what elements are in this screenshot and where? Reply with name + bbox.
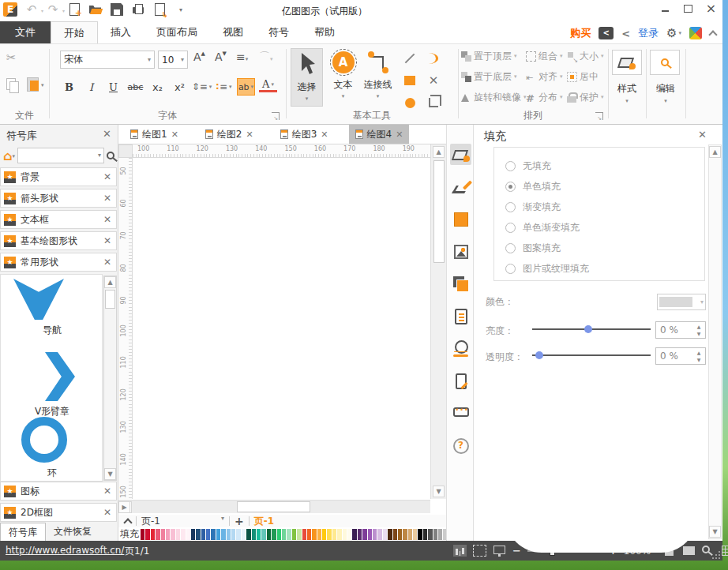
radio-icon[interactable] bbox=[505, 243, 516, 253]
text-tool-button[interactable]: A 文本▾ bbox=[327, 48, 359, 107]
arrange-置于底层[interactable]: 置于底层▾ bbox=[461, 69, 517, 84]
quick-color-icon[interactable] bbox=[450, 208, 471, 230]
redo-icon[interactable] bbox=[46, 2, 60, 17]
scroll-down-icon[interactable]: ▼ bbox=[709, 526, 721, 538]
panel-toggle-icon[interactable] bbox=[453, 545, 467, 557]
symbol-section-2D框图[interactable]: ★2D框图✕ bbox=[0, 503, 117, 522]
color-swatch[interactable] bbox=[151, 529, 155, 540]
rectangle-tool[interactable] bbox=[401, 73, 418, 88]
color-swatch[interactable] bbox=[343, 529, 347, 540]
color-swatch[interactable] bbox=[282, 529, 286, 540]
tab-close-icon[interactable]: ✕ bbox=[171, 129, 178, 140]
bold-button[interactable]: B bbox=[60, 78, 78, 96]
add-page-button[interactable]: + bbox=[235, 515, 244, 527]
color-swatch[interactable] bbox=[322, 529, 326, 540]
color-swatch[interactable] bbox=[423, 529, 427, 540]
color-swatch[interactable] bbox=[145, 529, 149, 540]
color-swatch[interactable] bbox=[156, 529, 159, 540]
tab-close-icon[interactable]: ✕ bbox=[246, 129, 253, 140]
tab-close-icon[interactable]: ✕ bbox=[396, 129, 403, 140]
color-swatch[interactable] bbox=[377, 529, 381, 540]
font-dialog-launcher[interactable] bbox=[272, 112, 280, 120]
scroll-up-icon[interactable]: ▲ bbox=[709, 146, 721, 158]
color-swatch[interactable] bbox=[287, 529, 291, 540]
edit-button[interactable] bbox=[650, 50, 680, 75]
tab-close-icon[interactable]: ✕ bbox=[321, 129, 328, 140]
shadow-icon[interactable] bbox=[450, 273, 471, 294]
arrange-大小[interactable]: 大小▾ bbox=[567, 49, 604, 63]
font-size-select[interactable]: 10▾ bbox=[158, 51, 188, 69]
transparency-value[interactable]: 0 %▲▼ bbox=[655, 347, 706, 365]
color-swatch[interactable] bbox=[236, 529, 240, 540]
brightness-slider[interactable] bbox=[532, 324, 651, 334]
presentation-icon[interactable] bbox=[493, 545, 506, 557]
arc-text-icon[interactable]: ⌒▾ bbox=[259, 51, 273, 65]
vertical-scrollbar[interactable]: ▲ ▼ bbox=[430, 144, 446, 499]
selection-mode-icon[interactable] bbox=[473, 545, 486, 557]
insert-picture-icon[interactable] bbox=[450, 241, 471, 262]
undo-icon[interactable] bbox=[24, 2, 39, 17]
export-icon[interactable] bbox=[152, 2, 167, 17]
color-swatch[interactable] bbox=[403, 529, 407, 540]
color-swatch[interactable] bbox=[292, 529, 296, 540]
color-swatch[interactable] bbox=[221, 529, 225, 540]
color-swatch[interactable] bbox=[252, 529, 256, 540]
brightness-value[interactable]: 0 %▲▼ bbox=[655, 321, 706, 339]
home-icon[interactable]: ⌂ bbox=[3, 148, 15, 163]
arc-tool[interactable] bbox=[425, 51, 442, 66]
buy-button[interactable]: 购买 bbox=[570, 26, 591, 40]
sidebar-tab-符号库[interactable]: 符号库 bbox=[0, 523, 46, 541]
fill-option-图片或纹理填充[interactable]: 图片或纹理填充 bbox=[505, 262, 589, 275]
increase-font-icon[interactable]: A▲ bbox=[193, 51, 205, 63]
color-swatch[interactable] bbox=[337, 529, 341, 540]
arrange-居中[interactable]: 居中 bbox=[567, 69, 599, 84]
color-swatch[interactable] bbox=[277, 529, 281, 540]
tab-开始[interactable]: 开始 bbox=[51, 21, 98, 43]
section-close-icon[interactable]: ✕ bbox=[103, 215, 111, 225]
spinner-icons[interactable]: ▲▼ bbox=[694, 323, 704, 337]
color-swatch[interactable] bbox=[347, 529, 351, 540]
ellipse-tool[interactable] bbox=[401, 95, 418, 111]
color-swatch[interactable] bbox=[307, 529, 311, 540]
font-name-select[interactable]: 宋体▾ bbox=[60, 51, 155, 69]
current-page-tab[interactable]: 页-1 bbox=[254, 515, 274, 528]
italic-button[interactable]: I bbox=[82, 78, 100, 96]
color-swatch[interactable] bbox=[196, 529, 200, 540]
radio-icon[interactable] bbox=[505, 182, 516, 192]
subscript-button[interactable]: x₂ bbox=[148, 78, 167, 96]
connector-tool-button[interactable]: 连接线▾ bbox=[362, 48, 394, 107]
color-swatch[interactable] bbox=[216, 529, 220, 540]
align-icon[interactable]: ≡▾ bbox=[236, 51, 248, 63]
fill-option-单色渐变填充[interactable]: 单色渐变填充 bbox=[505, 221, 580, 234]
symbol-section-图标[interactable]: ★图标✕ bbox=[0, 482, 117, 501]
section-close-icon[interactable]: ✕ bbox=[103, 172, 111, 182]
line-tool[interactable] bbox=[401, 51, 418, 66]
color-swatch[interactable] bbox=[272, 529, 276, 540]
save-icon[interactable] bbox=[110, 2, 124, 17]
login-button[interactable]: 登录 bbox=[638, 26, 659, 40]
share-icon[interactable]: < bbox=[621, 28, 630, 39]
highlight-button[interactable]: ab bbox=[237, 78, 255, 96]
search-icon[interactable] bbox=[107, 152, 114, 159]
scrollbar-thumb[interactable] bbox=[433, 160, 445, 263]
color-swatch[interactable] bbox=[186, 529, 190, 540]
strikethrough-button[interactable]: abc bbox=[126, 78, 144, 96]
close-button[interactable] bbox=[700, 0, 722, 17]
arrange-置于顶层[interactable]: 置于顶层▾ bbox=[461, 49, 517, 63]
file-menu-button[interactable]: 文件 bbox=[0, 21, 51, 43]
pinwheel-icon[interactable] bbox=[689, 27, 702, 39]
underline-button[interactable]: U bbox=[104, 78, 122, 96]
help-icon[interactable] bbox=[450, 435, 471, 456]
print-icon[interactable] bbox=[131, 2, 145, 17]
customize-toolbar-icon[interactable] bbox=[174, 2, 188, 17]
color-swatch[interactable] bbox=[388, 529, 392, 540]
radio-icon[interactable] bbox=[505, 264, 516, 274]
section-close-icon[interactable]: ✕ bbox=[103, 508, 111, 518]
transparency-slider[interactable] bbox=[532, 351, 651, 360]
slider-thumb[interactable] bbox=[584, 325, 592, 333]
color-swatch[interactable] bbox=[327, 529, 331, 540]
website-link[interactable]: http://www.edrawsoft.cn/ bbox=[6, 545, 124, 556]
format-painter-icon[interactable] bbox=[27, 52, 43, 68]
drawing-page[interactable] bbox=[133, 158, 430, 499]
color-swatch[interactable] bbox=[393, 529, 397, 540]
